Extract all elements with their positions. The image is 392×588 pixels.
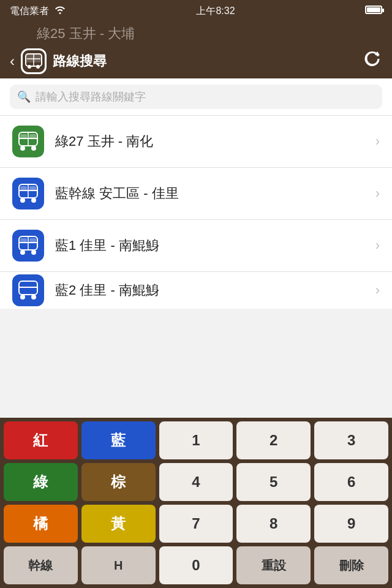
svg-point-11 <box>31 146 36 151</box>
route-item-3[interactable]: 藍1 佳里 - 南鯤鯓 › <box>0 220 392 272</box>
chevron-icon-1: › <box>375 134 380 149</box>
svg-rect-13 <box>29 134 36 138</box>
route-banner: 綠25 玉井 - 大埔 <box>0 22 392 44</box>
route-name-3: 藍1 佳里 - 南鯤鯓 <box>55 236 375 255</box>
route-item-4[interactable]: 藍2 佳里 - 南鯤鯓 › <box>0 272 392 309</box>
key-綠[interactable]: 綠 <box>4 463 78 501</box>
status-time: 上午8:32 <box>196 5 235 18</box>
search-input-wrap[interactable]: 🔍 請輸入搜尋路線關鍵字 <box>10 85 382 109</box>
search-bar: 🔍 請輸入搜尋路線關鍵字 <box>0 78 392 116</box>
svg-point-31 <box>31 295 36 300</box>
key-幹線[interactable]: 幹線 <box>4 546 78 584</box>
route-icon-2 <box>12 178 44 209</box>
nav-bar: ‹ 路線搜尋 <box>0 44 392 78</box>
nav-bus-icon <box>21 48 47 74</box>
key-重設[interactable]: 重設 <box>236 546 311 584</box>
key-H[interactable]: H <box>81 546 156 584</box>
svg-rect-12 <box>20 134 27 138</box>
status-bar: 電信業者 上午8:32 <box>0 0 392 22</box>
route-icon-3 <box>12 230 44 262</box>
svg-rect-27 <box>29 238 36 242</box>
carrier-label: 電信業者 <box>10 5 49 18</box>
keyboard-row-3: 幹線H0重設刪除 <box>4 546 388 584</box>
keyboard: 紅藍123綠棕456橘黃789幹線H0重設刪除 <box>0 418 392 588</box>
key-橘[interactable]: 橘 <box>4 505 78 543</box>
svg-rect-20 <box>29 186 36 190</box>
svg-rect-26 <box>20 238 27 242</box>
route-list: 綠27 玉井 - 南化 › 藍幹線 安工區 - 佳里 › <box>0 116 392 309</box>
status-right <box>365 6 382 17</box>
keyboard-row-0: 紅藍123 <box>4 421 388 459</box>
nav-title: 路線搜尋 <box>53 52 363 70</box>
key-刪除[interactable]: 刪除 <box>314 546 388 584</box>
key-紅[interactable]: 紅 <box>4 421 78 459</box>
svg-point-25 <box>31 250 36 255</box>
key-藍[interactable]: 藍 <box>81 421 156 459</box>
key-8[interactable]: 8 <box>236 505 311 543</box>
refresh-button[interactable] <box>363 49 382 73</box>
chevron-icon-2: › <box>375 186 380 202</box>
key-4[interactable]: 4 <box>159 463 233 501</box>
key-9[interactable]: 9 <box>314 505 388 543</box>
battery-icon <box>365 6 382 17</box>
svg-point-10 <box>20 146 25 151</box>
key-1[interactable]: 1 <box>159 421 233 459</box>
back-button[interactable]: ‹ <box>10 53 15 70</box>
chevron-icon-4: › <box>375 282 380 298</box>
svg-point-24 <box>20 250 25 255</box>
wifi-icon <box>54 5 66 17</box>
chevron-icon-3: › <box>375 238 380 254</box>
key-黃[interactable]: 黃 <box>81 505 156 543</box>
svg-rect-19 <box>20 186 27 190</box>
key-2[interactable]: 2 <box>236 421 311 459</box>
search-icon: 🔍 <box>17 90 31 104</box>
route-item-1[interactable]: 綠27 玉井 - 南化 › <box>0 116 392 168</box>
route-icon-1 <box>12 126 44 157</box>
key-7[interactable]: 7 <box>159 505 233 543</box>
search-placeholder: 請輸入搜尋路線關鍵字 <box>36 89 146 104</box>
svg-point-18 <box>31 198 36 203</box>
route-name-1: 綠27 玉井 - 南化 <box>55 132 375 151</box>
keyboard-row-2: 橘黃789 <box>4 505 388 543</box>
key-棕[interactable]: 棕 <box>81 463 156 501</box>
status-left: 電信業者 <box>10 5 66 18</box>
svg-point-2 <box>28 65 31 69</box>
svg-point-3 <box>36 65 40 69</box>
route-icon-4 <box>12 274 44 306</box>
svg-point-17 <box>20 198 25 203</box>
route-item-2[interactable]: 藍幹線 安工區 - 佳里 › <box>0 168 392 220</box>
key-5[interactable]: 5 <box>236 463 311 501</box>
route-name-2: 藍幹線 安工區 - 佳里 <box>55 184 375 203</box>
keyboard-row-1: 綠棕456 <box>4 463 388 501</box>
svg-point-30 <box>20 295 25 300</box>
route-name-4: 藍2 佳里 - 南鯤鯓 <box>55 281 375 300</box>
route-banner-text: 綠25 玉井 - 大埔 <box>37 24 135 43</box>
key-6[interactable]: 6 <box>314 463 388 501</box>
key-0[interactable]: 0 <box>159 546 233 584</box>
key-3[interactable]: 3 <box>314 421 388 459</box>
